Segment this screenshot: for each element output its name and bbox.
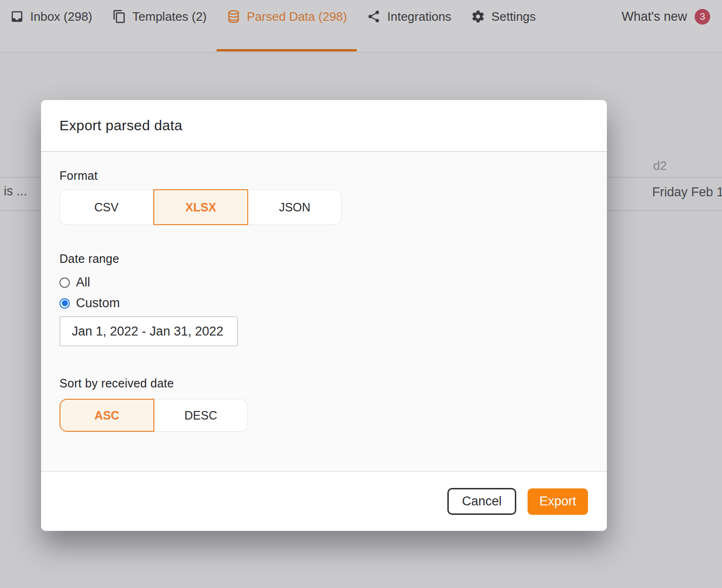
whats-new-link[interactable]: What's new 3 bbox=[621, 0, 722, 33]
radio-option-custom[interactable]: Custom bbox=[59, 296, 588, 311]
date-range-label: Date range bbox=[59, 252, 588, 266]
sort-option-desc[interactable]: DESC bbox=[154, 399, 248, 432]
gear-icon bbox=[471, 9, 485, 24]
radio-custom[interactable] bbox=[59, 298, 70, 309]
whats-new-label: What's new bbox=[621, 9, 687, 24]
tab-parsed-data[interactable]: Parsed Data (298) bbox=[217, 0, 357, 33]
dialog-header: Export parsed data bbox=[41, 100, 607, 152]
tab-settings[interactable]: Settings bbox=[461, 0, 546, 33]
tab-templates[interactable]: Templates (2) bbox=[102, 0, 217, 33]
tab-integrations[interactable]: Integrations bbox=[357, 0, 461, 33]
background-cell-right: Friday Feb 17 bbox=[652, 185, 722, 200]
dialog-body: Format CSV XLSX JSON Date range All Cust… bbox=[41, 152, 607, 471]
cancel-button[interactable]: Cancel bbox=[447, 488, 516, 515]
notification-badge: 3 bbox=[695, 9, 710, 25]
inbox-icon bbox=[10, 9, 24, 24]
format-label: Format bbox=[59, 169, 588, 183]
dialog-footer: Cancel Export bbox=[41, 471, 607, 531]
dialog-title: Export parsed data bbox=[59, 118, 183, 134]
format-toggle-group: CSV XLSX JSON bbox=[59, 189, 342, 225]
format-option-json[interactable]: JSON bbox=[248, 189, 342, 225]
share-icon bbox=[367, 9, 381, 24]
background-cell-left: is ... bbox=[4, 184, 27, 199]
export-dialog: Export parsed data Format CSV XLSX JSON … bbox=[41, 100, 607, 531]
database-icon bbox=[227, 9, 241, 24]
top-nav: Inbox (298) Templates (2) Parsed Data (2… bbox=[0, 0, 722, 52]
format-option-xlsx[interactable]: XLSX bbox=[153, 189, 248, 225]
tab-templates-label: Templates (2) bbox=[133, 9, 207, 24]
sort-section: Sort by received date ASC DESC bbox=[59, 377, 588, 432]
radio-option-all[interactable]: All bbox=[59, 275, 588, 290]
date-range-input[interactable]: Jan 1, 2022 - Jan 31, 2022 bbox=[59, 316, 238, 346]
tab-integrations-label: Integrations bbox=[387, 9, 451, 24]
tab-inbox-label: Inbox (298) bbox=[30, 9, 92, 24]
tab-settings-label: Settings bbox=[491, 9, 536, 24]
tab-inbox[interactable]: Inbox (298) bbox=[0, 0, 102, 33]
sort-toggle-group: ASC DESC bbox=[59, 399, 248, 432]
radio-custom-label: Custom bbox=[76, 296, 120, 311]
radio-all-label: All bbox=[76, 275, 90, 290]
format-option-csv[interactable]: CSV bbox=[59, 189, 153, 225]
sort-option-asc[interactable]: ASC bbox=[59, 399, 154, 432]
templates-icon bbox=[112, 9, 126, 24]
tab-parsed-data-label: Parsed Data (298) bbox=[247, 9, 347, 24]
app-screen: Inbox (298) Templates (2) Parsed Data (2… bbox=[0, 0, 722, 588]
radio-all[interactable] bbox=[59, 277, 70, 288]
export-button[interactable]: Export bbox=[528, 488, 588, 515]
sort-label: Sort by received date bbox=[59, 377, 588, 390]
date-range-section: Date range All Custom Jan 1, 2022 - Jan … bbox=[59, 252, 588, 346]
background-column-header: d2 bbox=[653, 159, 667, 173]
